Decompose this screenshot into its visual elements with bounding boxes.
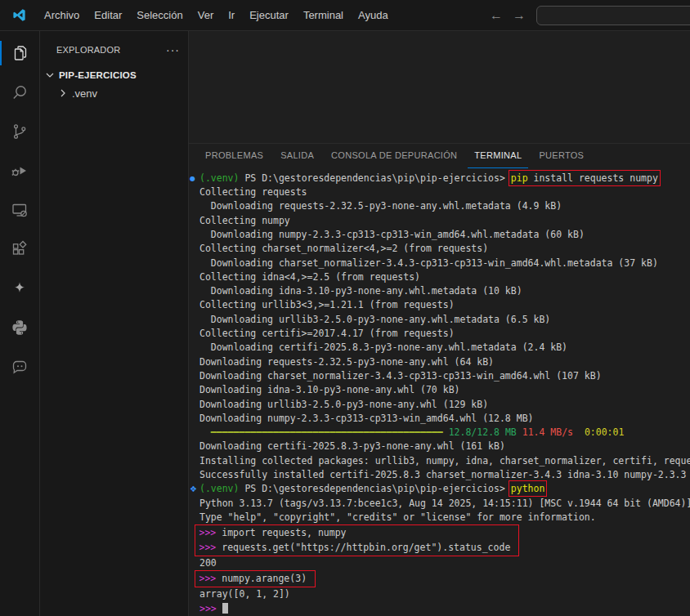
terminal-text xyxy=(443,426,449,438)
terminal-text: Collecting numpy xyxy=(199,215,290,226)
terminal-text: Collecting requests xyxy=(199,186,307,198)
terminal-text xyxy=(573,426,585,438)
terminal-text: install requests numpy xyxy=(528,172,658,184)
annotation-box: >>> numpy.arange(3) xyxy=(195,570,316,587)
terminal-line: ❖(.venv) PS D:\gestoresdependencias\pip\… xyxy=(199,482,690,496)
activity-bar-item-search-icon[interactable] xyxy=(0,73,39,112)
terminal-line: Downloading certifi-2025.8.3-py3-none-an… xyxy=(199,341,690,355)
terminal-text: >>> xyxy=(199,573,222,584)
nav-back-icon[interactable]: ← xyxy=(489,8,504,23)
activity-bar-item-copilot-sparkle-icon[interactable] xyxy=(0,269,39,308)
terminal-text: numpy.arange(3) xyxy=(222,573,307,584)
menu-item-archivo[interactable]: Archivo xyxy=(37,6,87,25)
terminal[interactable]: ●(.venv) PS D:\gestoresdependencias\pip\… xyxy=(189,168,690,616)
terminal-line: Downloading charset_normalizer-3.4.3-cp3… xyxy=(199,257,690,270)
command-success-icon: ● xyxy=(190,172,195,185)
terminal-text: Downloading numpy-2.3.3-cp313-cp313-win_… xyxy=(199,413,534,424)
menu-item-ir[interactable]: Ir xyxy=(221,6,242,25)
menu-item-ver[interactable]: Ver xyxy=(190,6,222,25)
terminal-text: (.venv) xyxy=(199,483,239,494)
terminal-text: pip xyxy=(511,172,528,184)
menu-item-terminal[interactable]: Terminal xyxy=(296,6,351,25)
terminal-text: 12.8/12.8 MB xyxy=(449,426,517,438)
terminal-line: Downloading numpy-2.3.3-cp313-cp313-win_… xyxy=(199,228,690,242)
terminal-line: Collecting requests xyxy=(199,185,690,199)
terminal-line: array([0, 1, 2]) xyxy=(199,587,690,601)
run-debug-icon xyxy=(10,161,29,181)
chevron-right-icon xyxy=(56,87,69,100)
editor-empty-area xyxy=(189,31,690,144)
menu-item-ejecutar[interactable]: Ejecutar xyxy=(242,6,296,25)
terminal-text: Downloading certifi-2025.8.3-py3-none-an… xyxy=(199,440,505,452)
terminal-text: Downloading requests-2.32.5-py3-none-any… xyxy=(199,356,494,368)
terminal-text: 11.4 MB/s xyxy=(522,426,573,438)
terminal-text: 0:00:01 xyxy=(585,426,624,438)
terminal-text: Downloading charset_normalizer-3.4.3-cp3… xyxy=(199,257,658,269)
terminal-line: ━━━━━━━━━━━━━━━━━━━━━━━━━━━━━━━━━━━━━━━━… xyxy=(199,426,690,440)
activity-bar-item-run-debug-icon[interactable] xyxy=(0,151,39,190)
nav-forward-icon[interactable]: → xyxy=(512,8,526,23)
terminal-text: Downloading urllib3-2.5.0-py3-none-any.w… xyxy=(199,399,488,410)
terminal-text: PS D:\gestoresdependencias\pip\pip-ejerc… xyxy=(239,172,510,184)
activity-bar-item-copilot-chat-icon[interactable] xyxy=(0,347,39,386)
annotation-box: python xyxy=(511,483,545,494)
copilot-sparkle-icon xyxy=(10,279,29,298)
sidebar-item-venv[interactable]: .venv xyxy=(40,84,188,102)
terminal-text: Downloading idna-3.10-py3-none-any.whl (… xyxy=(199,384,460,395)
activity-bar xyxy=(0,31,40,616)
annotation-box: pip install requests numpy xyxy=(511,172,658,184)
sidebar-item-pip-ejercicios[interactable]: PIP-EJERCICIOS xyxy=(40,66,188,84)
terminal-line: Collecting certifi>=2017.4.17 (from requ… xyxy=(199,327,690,341)
panel-tab-problemas[interactable]: PROBLEMAS xyxy=(199,144,270,168)
activity-bar-item-explorer-icon[interactable] xyxy=(0,33,39,73)
terminal-text: (.venv) xyxy=(199,172,239,184)
more-actions-icon[interactable]: ··· xyxy=(166,43,180,56)
terminal-line: Downloading certifi-2025.8.3-py3-none-an… xyxy=(199,440,690,453)
terminal-line: ●(.venv) PS D:\gestoresdependencias\pip\… xyxy=(199,172,690,185)
terminal-text: Downloading charset_normalizer-3.4.3-cp3… xyxy=(199,370,602,382)
copilot-chat-icon xyxy=(10,357,29,377)
annotation-box: >>> import requests, numpy>>> requests.g… xyxy=(195,524,519,556)
terminal-text: requests.get("https://httpbin.org/get").… xyxy=(222,542,510,553)
terminal-line: Downloading requests-2.32.5-py3-none-any… xyxy=(199,355,690,369)
panel-tab-salida[interactable]: SALIDA xyxy=(274,144,320,168)
menu-item-seleccion[interactable]: Selección xyxy=(129,6,190,25)
explorer-icon xyxy=(10,43,29,63)
activity-bar-item-extensions-icon[interactable] xyxy=(0,230,39,269)
panel-tab-terminal[interactable]: TERMINAL xyxy=(468,144,528,168)
terminal-line: Downloading idna-3.10-py3-none-any.whl (… xyxy=(199,383,690,397)
terminal-text: Type "help", "copyright", "credits" or "… xyxy=(199,511,596,523)
terminal-line: Python 3.13.7 (tags/v3.13.7:bcee1c3, Aug… xyxy=(199,497,690,511)
activity-bar-item-python-icon[interactable] xyxy=(0,308,39,347)
terminal-line: Downloading numpy-2.3.3-cp313-cp313-win_… xyxy=(199,412,690,426)
terminal-line: Collecting charset_normalizer<4,>=2 (fro… xyxy=(199,242,690,256)
panel-tab-consola-de-depuracion[interactable]: CONSOLA DE DEPURACIÓN xyxy=(325,144,464,168)
terminal-text: ━━━━━━━━━━━━━━━━━━━━━━━━━━━━━━━━━━━━━━━━… xyxy=(211,426,443,438)
nav-arrows: ← → xyxy=(489,8,526,23)
terminal-text: PS D:\gestoresdependencias\pip\pip-ejerc… xyxy=(239,483,510,494)
terminal-line: >>> xyxy=(199,602,690,616)
sidebar-title: EXPLORADOR xyxy=(56,45,120,55)
source-control-icon xyxy=(10,122,29,141)
terminal-text: Downloading certifi-2025.8.3-py3-none-an… xyxy=(199,341,567,353)
terminal-cursor xyxy=(222,603,228,614)
terminal-text: Collecting charset_normalizer<4,>=2 (fro… xyxy=(199,243,488,254)
menu-item-ayuda[interactable]: Ayuda xyxy=(351,6,396,25)
terminal-line: Collecting numpy xyxy=(199,214,690,228)
folder-label: .venv xyxy=(72,87,97,100)
remote-explorer-icon xyxy=(10,200,29,220)
terminal-line: Successfully installed certifi-2025.8.3 … xyxy=(199,468,690,482)
activity-bar-item-remote-explorer-icon[interactable] xyxy=(0,190,39,230)
command-center-search[interactable] xyxy=(536,6,690,25)
activity-bar-item-source-control-icon[interactable] xyxy=(0,112,39,151)
terminal-text: Successfully installed certifi-2025.8.3 … xyxy=(199,469,686,480)
terminal-line: Downloading requests-2.32.5-py3-none-any… xyxy=(199,199,690,213)
terminal-text: Downloading urllib3-2.5.0-py3-none-any.w… xyxy=(199,314,550,325)
terminal-text: python xyxy=(511,483,545,494)
menu-item-editar[interactable]: Editar xyxy=(87,6,129,25)
terminal-text: Downloading numpy-2.3.3-cp313-cp313-win_… xyxy=(199,229,585,240)
panel-tab-puertos[interactable]: PUERTOS xyxy=(532,144,590,168)
terminal-text: Python 3.13.7 (tags/v3.13.7:bcee1c3, Aug… xyxy=(199,498,690,509)
terminal-text: Installing collected packages: urllib3, … xyxy=(199,455,690,466)
panel-tabs: PROBLEMASSALIDACONSOLA DE DEPURACIÓNTERM… xyxy=(189,144,690,168)
